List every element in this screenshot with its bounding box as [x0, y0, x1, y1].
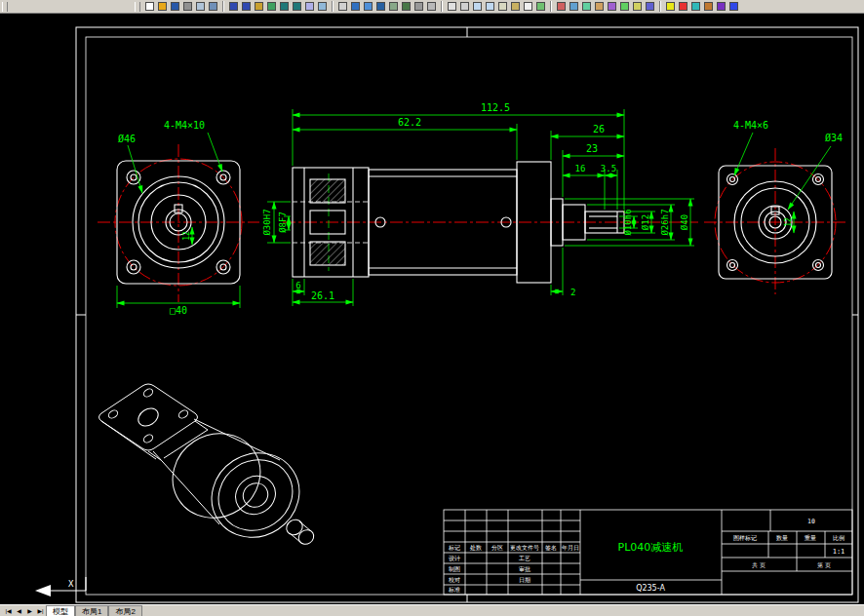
- tb-sheet-no: 第 页: [817, 561, 831, 568]
- dim-d30h7-label: Ø30H7: [262, 209, 272, 235]
- zoom-previous-icon[interactable]: [374, 1, 387, 13]
- new-icon[interactable]: [143, 1, 156, 13]
- layer-color-icon[interactable]: [677, 1, 689, 13]
- dim-261-label: 26.1: [311, 290, 334, 301]
- pan-icon[interactable]: [336, 1, 349, 13]
- tab-nav-prev-icon[interactable]: ◀: [14, 606, 24, 616]
- tb-material: Q235-A: [636, 584, 665, 593]
- design-center-icon[interactable]: [702, 1, 715, 13]
- mirror-icon[interactable]: [644, 1, 656, 13]
- side-view: 112.5 62.2 26 23 16 3.5 Ø30H7 Ø8F7 6 26.…: [262, 102, 698, 306]
- tab-nav-next-icon[interactable]: ▶: [24, 606, 35, 616]
- dim-d10h6-label: Ø10h6: [623, 209, 633, 235]
- ucs-x-arrow: [35, 585, 51, 597]
- publish-icon[interactable]: [207, 1, 219, 13]
- toolbar-separator: [222, 1, 224, 12]
- toolbar-group-2: [227, 1, 329, 13]
- paste-icon[interactable]: [253, 1, 265, 13]
- tb-row-date2: 日期: [519, 576, 530, 584]
- match-properties-icon[interactable]: [265, 1, 278, 13]
- plot-icon[interactable]: [181, 1, 194, 13]
- toolbar-drag-handle[interactable]: [135, 2, 140, 12]
- rotate-icon[interactable]: [580, 1, 593, 13]
- zoom-window-icon[interactable]: [362, 1, 374, 13]
- tb-top-number: 10: [807, 518, 815, 525]
- redraw-icon[interactable]: [425, 1, 438, 13]
- iso-view: [99, 384, 317, 554]
- title-block: 标记 处数 分区 更改文件号 签名 年月日 设计 制图 校对 标准 工艺 审批 …: [444, 510, 852, 595]
- circle-icon[interactable]: [471, 1, 484, 13]
- dim-26-label: 26: [593, 124, 605, 135]
- rear-view: 4-M4×6 Ø34 12: [704, 120, 846, 294]
- open-icon[interactable]: [156, 1, 169, 13]
- tb-row-process: 工艺: [519, 555, 530, 561]
- tb-header-sign: 签名: [545, 544, 557, 552]
- plot-preview-icon[interactable]: [194, 1, 207, 13]
- hatch-icon[interactable]: [509, 1, 522, 13]
- ucs-x-label: X: [68, 579, 74, 589]
- tab-layout2[interactable]: 布局2: [108, 605, 141, 616]
- tb-row-design: 设计: [449, 555, 460, 561]
- dim-1125-label: 112.5: [481, 102, 510, 113]
- rectangle-icon[interactable]: [496, 1, 509, 13]
- tb-right-weight: 重量: [804, 534, 816, 541]
- toolbar-dock-handle[interactable]: [2, 2, 8, 12]
- line-icon[interactable]: [446, 1, 458, 13]
- tb-row-approve: 审批: [519, 565, 530, 573]
- offset-icon[interactable]: [631, 1, 644, 13]
- dim-rear-12-label: 12: [784, 217, 793, 227]
- tb-header-count: 处数: [469, 544, 482, 552]
- move-icon[interactable]: [568, 1, 580, 13]
- layers-icon[interactable]: [664, 1, 677, 13]
- properties-icon[interactable]: [689, 1, 702, 13]
- drawing-canvas[interactable]: Ø46 4-M4×10 □40 12: [0, 14, 864, 604]
- canvas-area[interactable]: Ø46 4-M4×10 □40 12: [0, 14, 864, 604]
- cut-icon[interactable]: [227, 1, 240, 13]
- help-icon[interactable]: [727, 1, 740, 13]
- tb-scale-value: 1:1: [833, 548, 845, 556]
- cad-application-window: Ø46 4-M4×10 □40 12: [0, 0, 864, 616]
- tab-layout1[interactable]: 布局1: [75, 605, 108, 616]
- polyline-icon[interactable]: [458, 1, 471, 13]
- erase-icon[interactable]: [555, 1, 568, 13]
- copy-icon[interactable]: [240, 1, 253, 13]
- dim-d8f7-label: Ø8F7: [278, 212, 288, 233]
- tb-header-docno: 更改文件号: [510, 544, 539, 551]
- find-icon[interactable]: [303, 1, 316, 13]
- tab-model[interactable]: 模型: [46, 605, 75, 616]
- dim-2-label: 2: [570, 288, 575, 297]
- scale-icon[interactable]: [593, 1, 606, 13]
- toolbar-spacer: [10, 0, 135, 13]
- toolbar-group-5: [555, 1, 656, 13]
- arc-icon[interactable]: [484, 1, 496, 13]
- tool-palettes-icon[interactable]: [715, 1, 727, 13]
- text-icon[interactable]: [522, 1, 534, 13]
- zoom-realtime-icon[interactable]: [349, 1, 362, 13]
- dim-front-12-label: 12: [182, 231, 191, 241]
- toolbar-group-4: [446, 1, 547, 13]
- spell-icon[interactable]: [316, 1, 329, 13]
- named-views-icon[interactable]: [387, 1, 400, 13]
- front-centerlines: [98, 144, 259, 302]
- toolbar-group-1: [143, 1, 219, 13]
- tb-header-date: 年月日: [562, 544, 579, 552]
- dim-d46-label: Ø46: [118, 134, 136, 144]
- tb-row-standard: 标准: [448, 586, 460, 594]
- tab-nav-first-icon[interactable]: |◀: [3, 606, 14, 616]
- save-icon[interactable]: [169, 1, 181, 13]
- ucs-icon: X: [35, 577, 86, 597]
- orbit-3d-icon[interactable]: [400, 1, 412, 13]
- extend-icon[interactable]: [618, 1, 631, 13]
- toolbar-group-6: [664, 1, 740, 13]
- tb-right-mark: 图样标记: [733, 534, 757, 542]
- trim-icon[interactable]: [606, 1, 618, 13]
- dim-m4x10-label: 4-M4×10: [164, 120, 205, 131]
- undo-icon[interactable]: [278, 1, 291, 13]
- status-bar: |◀ ◀ ▶ ▶| 模型 布局1 布局2: [0, 604, 864, 616]
- regen-icon[interactable]: [412, 1, 425, 13]
- redo-icon[interactable]: [291, 1, 303, 13]
- dimension-icon[interactable]: [534, 1, 547, 13]
- tab-nav-last-icon[interactable]: ▶|: [35, 606, 46, 616]
- toolbar-group-3: [336, 1, 438, 13]
- toolbar-separator: [550, 1, 552, 12]
